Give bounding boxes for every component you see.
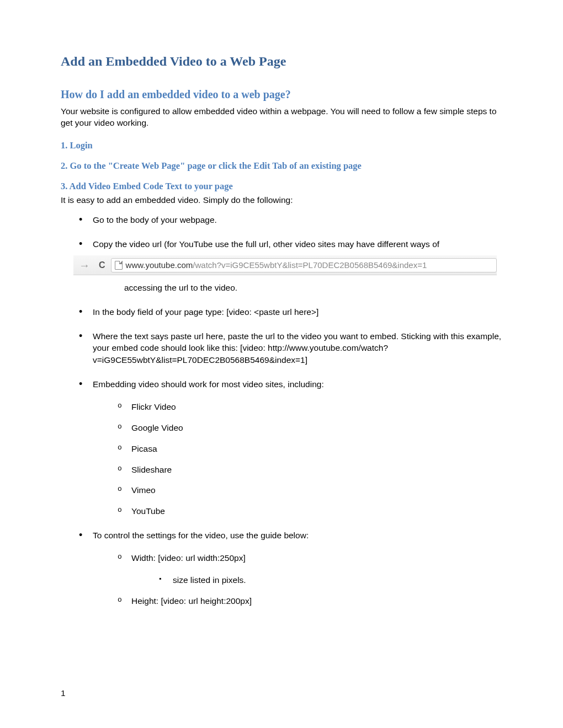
step-3-heading: 3. Add Video Embed Code Text to your pag… — [61, 180, 502, 192]
list-item-text: Copy the video url (for YouTube use the … — [93, 239, 439, 249]
list-item: Copy the video url (for YouTube use the … — [82, 238, 502, 294]
step-1-heading: 1. Login — [61, 139, 502, 152]
settings-list: Width: [video: url width:250px] size lis… — [93, 552, 502, 607]
list-item: Height: [video: url height:200px] — [120, 595, 502, 607]
list-item: Where the text says paste url here, past… — [82, 330, 502, 366]
url-path: /watch?v=iG9CE55wbtY&list=PL70DEC2B0568B… — [193, 259, 427, 271]
list-item: size listed in pixels. — [162, 574, 502, 586]
list-item: Flickr Video — [120, 401, 502, 413]
list-item-text: Embedding video should work for most vid… — [93, 379, 324, 389]
list-item: Embedding video should work for most vid… — [82, 378, 502, 517]
section-heading: How do I add an embedded video to a web … — [61, 87, 502, 102]
list-item: Vimeo — [120, 484, 502, 496]
url-domain: www.youtube.com — [126, 259, 193, 271]
page-title: Add an Embedded Video to a Web Page — [61, 52, 502, 71]
list-item: Google Video — [120, 422, 502, 434]
list-item: Picasa — [120, 443, 502, 455]
list-item: In the body field of your page type: [vi… — [82, 306, 502, 318]
list-item-text: Width: [video: url width:250px] — [131, 553, 246, 563]
list-item-text: To control the settings for the video, u… — [93, 531, 309, 540]
page-number: 1 — [61, 687, 66, 699]
instruction-list: Go to the body of your webpage. Copy the… — [61, 214, 502, 607]
browser-url-bar: → C www.youtube.com/watch?v=iG9CE55wbtY&… — [73, 255, 502, 275]
page-icon — [115, 261, 123, 270]
list-item: Go to the body of your webpage. — [82, 214, 502, 226]
forward-icon: → — [79, 258, 90, 273]
address-input[interactable]: www.youtube.com/watch?v=iG9CE55wbtY&list… — [111, 258, 497, 272]
list-item-continuation: accessing the url to the video. — [124, 282, 502, 294]
list-item: To control the settings for the video, u… — [82, 529, 502, 607]
step-2-heading: 2. Go to the "Create Web Page" page or c… — [61, 159, 502, 172]
video-sites-list: Flickr Video Google Video Picasa Slidesh… — [93, 401, 502, 517]
settings-sublist: size listed in pixels. — [131, 574, 502, 586]
step-3-intro: It is easy to add an embedded video. Sim… — [61, 194, 502, 206]
reload-icon: C — [99, 259, 105, 271]
list-item: YouTube — [120, 505, 502, 517]
list-item: Width: [video: url width:250px] size lis… — [120, 552, 502, 586]
intro-text: Your website is configured to allow embe… — [61, 105, 502, 129]
list-item: Slideshare — [120, 464, 502, 476]
